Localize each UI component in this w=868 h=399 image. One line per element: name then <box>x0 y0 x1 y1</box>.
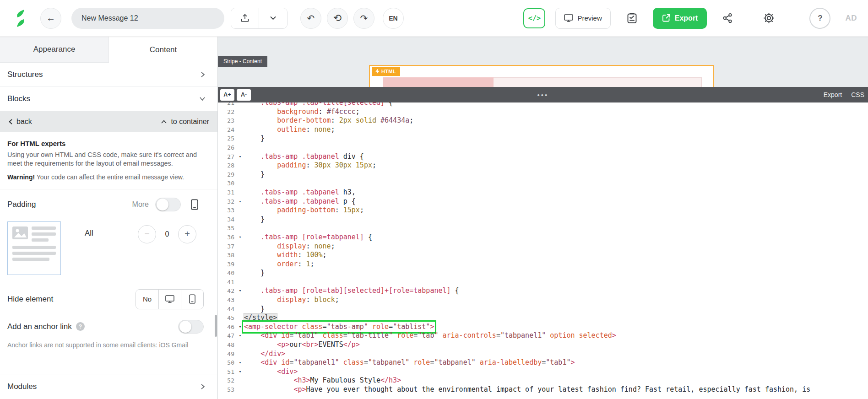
code-line-41[interactable]: 41 <box>218 278 868 287</box>
message-title-input[interactable]: New Message 12 <box>71 8 224 29</box>
fold-toggle-icon[interactable]: ▾ <box>236 286 244 296</box>
code-line-49[interactable]: 49 </div> <box>218 350 868 359</box>
code-line-28[interactable]: 28 padding: 30px 30px 15px; <box>218 161 868 170</box>
padding-more-toggle[interactable] <box>155 198 181 211</box>
line-number: 44 <box>218 305 236 314</box>
hide-desktop-button[interactable] <box>158 290 181 309</box>
save-options-dropdown[interactable] <box>259 8 287 28</box>
share-button[interactable] <box>717 8 738 29</box>
font-size-decrease-button[interactable]: A- <box>237 89 251 101</box>
code-line-48[interactable]: 48 <p>our<br>EVENTS</p> <box>218 340 868 350</box>
back-button[interactable]: ← <box>40 8 61 29</box>
block-navigation-bar: back to container <box>0 111 217 132</box>
html-experts-info: For HTML experts Using your own HTML and… <box>0 132 217 189</box>
to-container-button[interactable]: to container <box>161 118 209 126</box>
padding-preview-thumbnail[interactable] <box>7 221 61 275</box>
fold-toggle-icon[interactable]: ▾ <box>236 331 244 340</box>
code-line-46[interactable]: 46▾<amp-selector class="tabs-amp" role="… <box>218 323 868 332</box>
code-line-36[interactable]: 36▾ .tabs-amp [role=tabpanel] { <box>218 233 868 242</box>
padding-decrease-button[interactable]: − <box>138 225 156 243</box>
sidebar-item-blocks[interactable]: Blocks <box>0 87 217 111</box>
code-line-39[interactable]: 39 order: 1; <box>218 260 868 269</box>
fold-toggle-icon[interactable]: ▾ <box>236 323 244 332</box>
editor-css-button[interactable]: CSS <box>851 91 864 98</box>
editor-export-button[interactable]: Export <box>824 91 842 98</box>
code-line-32[interactable]: 32▾ .tabs-amp .tabpanel p { <box>218 197 868 206</box>
back-button-sidebar[interactable]: back <box>8 118 32 126</box>
code-line-42[interactable]: 42▾ .tabs-amp [role=tab][selected]+[role… <box>218 286 868 296</box>
code-line-31[interactable]: 31 .tabs-amp .tabpanel h3, <box>218 188 868 197</box>
fold-toggle-icon[interactable]: ▾ <box>236 367 244 377</box>
sidebar-item-modules[interactable]: Modules <box>0 374 217 399</box>
line-number: 29 <box>218 170 236 179</box>
fold-spacer <box>236 251 244 260</box>
padding-value[interactable]: 0 <box>164 230 170 238</box>
sidebar-scrollbar[interactable] <box>215 315 217 337</box>
tab-content[interactable]: Content <box>108 37 217 63</box>
code-line-38[interactable]: 38 width: 100%; <box>218 251 868 260</box>
fold-toggle-icon[interactable]: ▾ <box>236 152 244 162</box>
line-number: 34 <box>218 215 236 224</box>
code-line-23[interactable]: 23 border-bottom: 2px solid #64434a; <box>218 116 868 125</box>
code-line-37[interactable]: 37 display: none; <box>218 242 868 251</box>
code-line-52[interactable]: 52 <h3>My Fabulous Style</h3> <box>218 376 868 385</box>
selected-html-block[interactable]: HTML <box>369 65 714 87</box>
sidebar-item-structures[interactable]: Structures <box>0 63 217 87</box>
mobile-icon[interactable] <box>191 199 198 210</box>
fold-toggle-icon[interactable]: ▾ <box>236 197 244 206</box>
code-line-47[interactable]: 47▾ <div id="tab1" class="tab-title" rol… <box>218 331 868 340</box>
hide-mobile-button[interactable] <box>181 290 203 309</box>
fold-spacer <box>236 161 244 170</box>
code-line-40[interactable]: 40 } <box>218 269 868 278</box>
hide-none-button[interactable]: No <box>136 290 158 309</box>
fold-toggle-icon[interactable]: ▾ <box>236 233 244 242</box>
code-editor-toggle[interactable]: </> <box>523 8 545 28</box>
export-button[interactable]: Export <box>653 8 707 29</box>
code-line-25[interactable]: 25 } <box>218 134 868 143</box>
code-line-33[interactable]: 33 padding-bottom: 15px; <box>218 206 868 215</box>
anchor-link-toggle[interactable] <box>178 320 204 334</box>
language-button[interactable]: EN <box>383 8 404 29</box>
code-editor-textarea[interactable]: 21 .tabs-amp .tab-title[selected] {22 ba… <box>218 102 868 399</box>
help-button[interactable]: ? <box>809 8 830 29</box>
anchor-help-icon[interactable]: ? <box>76 322 85 331</box>
code-line-29[interactable]: 29 } <box>218 170 868 179</box>
code-line-24[interactable]: 24 outline: none; <box>218 125 868 135</box>
code-line-26[interactable]: 26 <box>218 143 868 152</box>
preview-button[interactable]: Preview <box>555 8 610 29</box>
redo-button[interactable]: ↷ <box>353 8 374 29</box>
stripe-content-label[interactable]: Stripe - Content <box>218 56 267 67</box>
code-content: <p>our<br>EVENTS</p> <box>244 340 360 350</box>
code-content: <div> <box>244 367 298 377</box>
modules-label: Modules <box>7 382 37 391</box>
version-history-button[interactable]: ⟲ <box>327 8 348 29</box>
sidebar: Appearance Content Structures Blocks bac… <box>0 37 218 399</box>
code-line-27[interactable]: 27▾ .tabs-amp .tabpanel div { <box>218 152 868 162</box>
chevron-right-icon <box>200 71 206 78</box>
email-checklist-button[interactable] <box>622 8 643 29</box>
code-line-50[interactable]: 50▾ <div id="tabpanel1" class="tabpanel"… <box>218 358 868 367</box>
fold-spacer <box>236 269 244 278</box>
settings-button[interactable] <box>758 8 779 29</box>
line-number: 33 <box>218 206 236 215</box>
code-line-22[interactable]: 22 background: #f4cccc; <box>218 108 868 117</box>
code-line-35[interactable]: 35 <box>218 224 868 233</box>
toggle-knob <box>157 199 168 210</box>
code-line-44[interactable]: 44 } <box>218 305 868 314</box>
code-line-34[interactable]: 34 } <box>218 215 868 224</box>
code-line-53[interactable]: 53 <p>Have you ever thought about the en… <box>218 385 868 394</box>
code-line-30[interactable]: 30 <box>218 179 868 188</box>
avatar[interactable]: AD <box>845 14 857 23</box>
code-line-21[interactable]: 21 .tabs-amp .tab-title[selected] { <box>218 102 868 108</box>
line-number: 50 <box>218 358 236 367</box>
code-line-51[interactable]: 51▾ <div> <box>218 367 868 377</box>
tab-appearance[interactable]: Appearance <box>0 37 108 63</box>
upload-button[interactable] <box>231 8 259 28</box>
code-line-45[interactable]: 45</style> <box>218 313 868 323</box>
editor-menu-handle[interactable]: ••• <box>537 91 549 99</box>
padding-increase-button[interactable]: + <box>178 225 196 243</box>
code-line-43[interactable]: 43 display: block; <box>218 296 868 305</box>
font-size-increase-button[interactable]: A+ <box>220 89 234 101</box>
fold-toggle-icon[interactable]: ▾ <box>236 358 244 367</box>
undo-button[interactable]: ↶ <box>300 8 321 29</box>
